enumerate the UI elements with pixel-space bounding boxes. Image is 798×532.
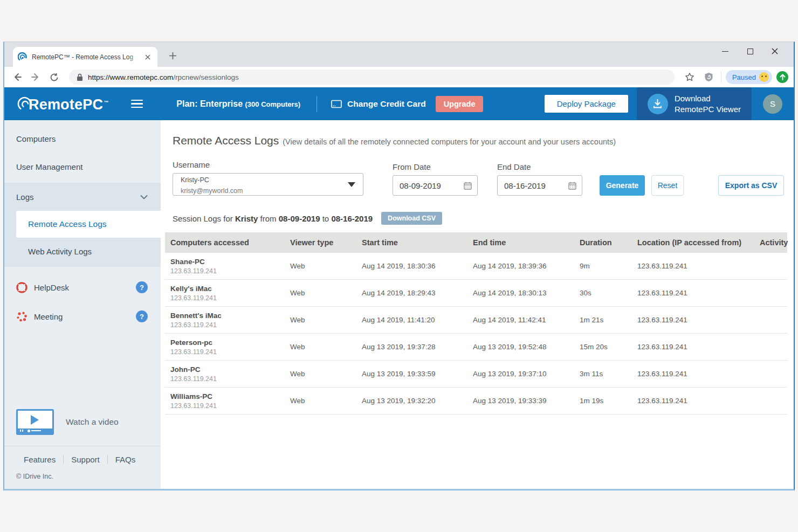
extension-shield-icon[interactable] <box>701 70 717 85</box>
generate-button[interactable]: Generate <box>600 175 645 196</box>
from-date-input[interactable]: 08-09-2019 <box>393 175 478 196</box>
end-time-cell: Aug 14 2019, 18:39:36 <box>473 262 580 270</box>
address-bar[interactable]: https://www.remotepc.com/rpcnew/sessionl… <box>69 70 675 85</box>
username-select[interactable]: Kristy-PC kristy@myworld.com <box>173 173 363 196</box>
sidebar-item-remote-access-logs[interactable]: Remote Access Logs <box>16 211 161 238</box>
forward-icon[interactable] <box>28 70 43 85</box>
window-controls <box>713 43 787 59</box>
avatar-zone: S <box>752 94 794 114</box>
sidebar-item-web-activity-logs[interactable]: Web Activity Logs <box>4 238 161 265</box>
change-credit-card-link[interactable]: Change Credit Card <box>331 99 426 109</box>
computer-name: Kelly's iMac <box>170 285 290 293</box>
computer-ip: 123.63.119.241 <box>170 402 290 410</box>
footer-link[interactable]: Features <box>16 455 63 464</box>
close-button[interactable] <box>762 43 787 59</box>
footer-link[interactable]: FAQs <box>107 455 143 464</box>
sidebar-item-user-management[interactable]: User Management <box>4 153 161 181</box>
calendar-icon[interactable] <box>568 182 576 190</box>
computer-ip: 123.63.119.241 <box>170 267 290 275</box>
helpdesk-label: HelpDesk <box>34 283 69 292</box>
table-row[interactable]: Williams-PC 123.63.119.241 Web Aug 13 20… <box>165 388 787 414</box>
trademark: ™ <box>104 100 108 105</box>
minimize-button[interactable] <box>713 43 738 59</box>
url-path: /rpcnew/sessionlogs <box>173 73 239 81</box>
from-date-field: From Date 08-09-2019 <box>393 162 478 196</box>
location-cell: 123.63.119.241 <box>637 262 760 270</box>
back-icon[interactable] <box>10 70 25 85</box>
reset-button[interactable]: Reset <box>651 175 684 196</box>
browser-update-icon[interactable] <box>776 71 788 83</box>
table-header-cell: Start time <box>362 238 473 247</box>
download-viewer-button[interactable]: DownloadRemotePC Viewer <box>637 87 752 120</box>
session-prefix: Session Logs for <box>173 214 233 223</box>
nav-divider <box>317 96 317 112</box>
viewer-type-cell: Web <box>290 397 362 405</box>
start-time-cell: Aug 13 2019, 19:37:28 <box>362 343 473 351</box>
sidebar-item-helpdesk[interactable]: HelpDesk ? <box>4 273 161 301</box>
viewer-type-cell: Web <box>290 262 362 270</box>
helpdesk-help-icon[interactable]: ? <box>136 281 148 293</box>
download-icon <box>648 94 668 114</box>
meeting-label: Meeting <box>34 312 63 321</box>
tab-close-icon[interactable] <box>143 52 153 62</box>
duration-cell: 3m 11s <box>580 370 637 378</box>
session-user: Kristy <box>235 214 258 223</box>
table-header-cell: Computers accessed <box>170 238 290 247</box>
computer-name: John-PC <box>170 365 290 374</box>
table-row[interactable]: John-PC 123.63.119.241 Web Aug 13 2019, … <box>165 361 787 388</box>
sidebar-logs-group: Logs Remote Access Logs Web Activity Log… <box>4 183 161 267</box>
user-avatar[interactable]: S <box>763 94 782 114</box>
deploy-package-button[interactable]: Deploy Package <box>545 95 628 113</box>
session-logs-table: Computers accessedViewer typeStart timeE… <box>165 232 787 414</box>
browser-tab[interactable]: RemotePC™ - Remote Access Log <box>13 47 157 67</box>
end-date-input[interactable]: 08-16-2019 <box>497 175 582 196</box>
upgrade-button[interactable]: Upgrade <box>436 96 484 112</box>
sidebar-item-logs[interactable]: Logs <box>4 183 161 211</box>
url-host: https://www.remotepc.com <box>88 73 173 81</box>
sidebar-footer: FeaturesSupportFAQs © IDrive Inc. <box>4 446 161 480</box>
chevron-down-icon <box>140 195 148 199</box>
export-csv-button[interactable]: Export as CSV <box>718 175 784 196</box>
browser-toolbar: https://www.remotepc.com/rpcnew/sessionl… <box>4 67 794 87</box>
watch-video-link[interactable]: Watch a video <box>16 409 119 435</box>
reload-icon[interactable] <box>46 70 61 85</box>
duration-cell: 1m 19s <box>580 397 637 405</box>
meeting-help-icon[interactable]: ? <box>136 310 148 322</box>
hamburger-menu-icon[interactable] <box>131 100 143 108</box>
remotepc-logo[interactable]: RemotePC™ <box>4 94 108 113</box>
end-time-cell: Aug 14 2019, 11:42:41 <box>473 316 580 324</box>
page-subtitle: (View details of all the remotely connec… <box>283 137 616 146</box>
calendar-icon[interactable] <box>464 182 472 190</box>
table-row[interactable]: Bennett's iMac 123.63.119.241 Web Aug 14… <box>165 307 787 334</box>
location-cell: 123.63.119.241 <box>637 343 760 351</box>
sidebar-item-meeting[interactable]: Meeting ? <box>4 302 161 330</box>
session-summary: Session Logs for Kristy from 08-09-2019 … <box>161 196 794 232</box>
duration-cell: 1m 21s <box>580 316 637 324</box>
table-row[interactable]: Peterson-pc 123.63.119.241 Web Aug 13 20… <box>165 334 787 361</box>
footer-link[interactable]: Support <box>63 455 107 464</box>
sidebar-item-computers[interactable]: Computers <box>4 125 161 153</box>
table-row[interactable]: Kelly's iMac 123.63.119.241 Web Aug 14 2… <box>165 280 787 307</box>
table-header-cell: End time <box>473 238 580 247</box>
download-viewer-label: DownloadRemotePC Viewer <box>675 93 741 114</box>
new-tab-button[interactable] <box>166 49 179 62</box>
page-title: Remote Access Logs <box>173 134 279 147</box>
bookmark-star-icon[interactable] <box>682 70 697 85</box>
table-row[interactable]: Shane-PC 123.63.119.241 Web Aug 14 2019,… <box>165 253 787 280</box>
location-cell: 123.63.119.241 <box>637 289 760 297</box>
maximize-button[interactable] <box>738 43 762 59</box>
location-cell: 123.63.119.241 <box>637 397 760 405</box>
sync-paused-chip[interactable]: Paused <box>726 70 772 84</box>
download-csv-button[interactable]: Download CSV <box>381 212 442 225</box>
viewer-type-cell: Web <box>290 289 362 297</box>
watch-video-label: Watch a video <box>66 417 119 427</box>
viewer-type-cell: Web <box>290 370 362 378</box>
start-time-cell: Aug 13 2019, 19:33:59 <box>362 370 473 378</box>
browser-tab-strip: RemotePC™ - Remote Access Log <box>4 42 794 67</box>
end-time-cell: Aug 13 2019, 19:52:48 <box>473 343 580 351</box>
username-email: kristy@myworld.com <box>181 187 243 195</box>
computer-name: Williams-PC <box>170 392 290 400</box>
computer-cell: John-PC 123.63.119.241 <box>170 365 290 383</box>
computer-ip: 123.63.119.241 <box>170 294 290 302</box>
location-cell: 123.63.119.241 <box>637 316 760 324</box>
